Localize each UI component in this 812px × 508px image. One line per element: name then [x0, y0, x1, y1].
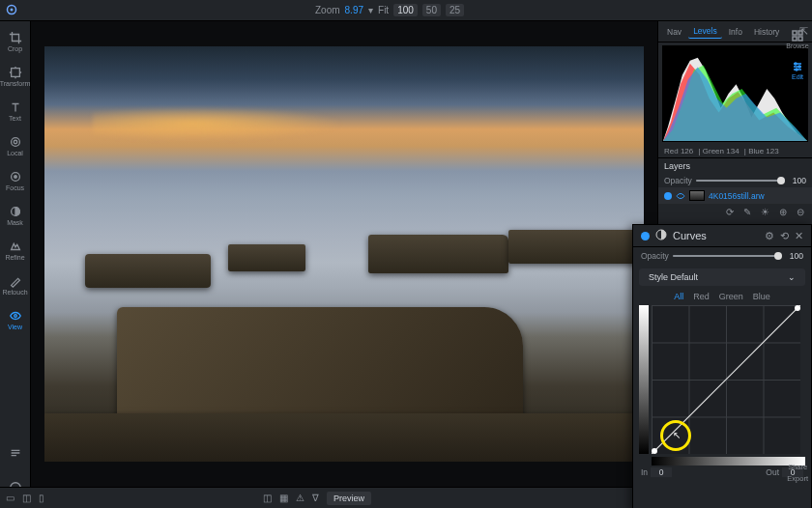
- channel-all[interactable]: All: [674, 292, 683, 301]
- browse-mode-label: Browse: [786, 42, 808, 49]
- retouch-tool-label: Retouch: [2, 289, 27, 296]
- layout-icon-1[interactable]: ▭: [6, 493, 14, 503]
- layer-edit-icon[interactable]: ✎: [743, 207, 751, 217]
- reset-icon[interactable]: ⟲: [780, 230, 789, 242]
- transform-tool-label: Transform: [0, 80, 30, 87]
- share-button[interactable]: Share: [788, 463, 807, 471]
- fit-button[interactable]: Fit: [378, 5, 389, 15]
- local-tool-label: Local: [7, 150, 23, 156]
- curves-enabled-dot[interactable]: [641, 232, 650, 240]
- presets-panel-button[interactable]: [2, 437, 29, 469]
- svg-rect-15: [798, 31, 802, 35]
- close-icon[interactable]: ✕: [795, 230, 803, 242]
- app-logo-icon: [6, 4, 17, 17]
- refine-tool-label: Refine: [5, 254, 24, 261]
- zoom-value[interactable]: 8.97: [345, 5, 363, 15]
- layout-icon-2[interactable]: ◫: [22, 493, 31, 503]
- readout-green: Green 134: [703, 147, 740, 155]
- layer-opacity-slider[interactable]: [696, 180, 781, 182]
- export-button[interactable]: Export: [787, 474, 808, 483]
- curves-opacity-label: Opacity: [641, 251, 669, 261]
- canvas-area[interactable]: [31, 21, 657, 487]
- layer-sun-icon[interactable]: ☀: [761, 207, 769, 217]
- layer-refresh-icon[interactable]: ⟳: [726, 207, 734, 217]
- curves-title: Curves: [673, 230, 759, 241]
- svg-rect-17: [798, 37, 802, 41]
- preview-button[interactable]: Preview: [327, 492, 371, 505]
- mask-tool[interactable]: Mask: [2, 199, 29, 232]
- text-tool[interactable]: Text: [2, 95, 29, 127]
- warning-icon[interactable]: ⚠: [296, 493, 304, 503]
- layer-enabled-dot[interactable]: [664, 192, 672, 200]
- compare-icon[interactable]: ◫: [263, 493, 272, 503]
- channel-blue[interactable]: Blue: [753, 292, 770, 301]
- image-preview: [44, 46, 644, 462]
- zoom-preset-100[interactable]: 100: [393, 4, 418, 16]
- tab-nav[interactable]: Nav: [662, 25, 686, 39]
- grid-icon[interactable]: ▦: [279, 493, 288, 503]
- zoom-label: Zoom: [315, 5, 340, 15]
- top-bar: Zoom 8.97 ▾ Fit 100 50 25: [0, 0, 812, 21]
- curves-grid[interactable]: [652, 305, 800, 454]
- curves-panel: Curves ⚙ ⟲ ✕ Opacity 100 Style Default ⌄…: [632, 224, 812, 508]
- channel-green[interactable]: Green: [719, 292, 743, 301]
- svg-point-12: [652, 448, 657, 454]
- layer-name[interactable]: 4K0156still.arw: [709, 191, 765, 201]
- mask-tool-label: Mask: [7, 219, 23, 226]
- edit-mode[interactable]: Edit: [785, 56, 810, 85]
- svg-point-20: [796, 69, 798, 71]
- layout-icon-3[interactable]: ▯: [39, 493, 44, 503]
- zoom-preset-25[interactable]: 25: [446, 4, 464, 16]
- curves-channel-tabs: All Red Green Blue: [633, 290, 811, 305]
- tab-levels[interactable]: Levels: [688, 24, 722, 39]
- readout-red: Red 126: [664, 147, 693, 155]
- channel-red[interactable]: Red: [693, 292, 710, 301]
- curves-in-value[interactable]: 0: [651, 467, 672, 477]
- tab-history[interactable]: History: [749, 25, 784, 39]
- svg-rect-2: [11, 69, 19, 77]
- right-edge-rail: Browse Edit: [783, 21, 812, 214]
- text-tool-label: Text: [9, 115, 21, 122]
- curves-horizontal-gradient: [652, 457, 805, 466]
- crop-tool-label: Crop: [8, 45, 22, 52]
- svg-point-8: [14, 315, 16, 318]
- adjustment-icon: [655, 229, 667, 242]
- view-tool-label: View: [8, 324, 22, 330]
- curves-style-dropdown[interactable]: Style Default ⌄: [639, 268, 805, 286]
- readout-blue: Blue 123: [748, 147, 779, 155]
- share-export-rail: Share Export: [787, 463, 808, 483]
- svg-point-3: [14, 140, 17, 144]
- svg-point-18: [795, 63, 797, 65]
- gear-icon[interactable]: ⚙: [765, 230, 774, 242]
- svg-point-4: [11, 138, 19, 147]
- curves-style-label: Style Default: [649, 272, 698, 282]
- zoom-down-icon[interactable]: ▾: [368, 5, 373, 15]
- svg-point-13: [795, 305, 800, 311]
- retouch-tool[interactable]: Retouch: [2, 268, 29, 301]
- refine-tool[interactable]: Refine: [2, 234, 29, 267]
- crop-tool[interactable]: Crop: [2, 25, 29, 58]
- curves-out-label: Out: [766, 467, 779, 477]
- svg-point-6: [14, 176, 16, 179]
- tab-info[interactable]: Info: [724, 25, 747, 39]
- browse-mode[interactable]: Browse: [785, 25, 810, 54]
- layer-thumb: [689, 190, 705, 201]
- zoom-preset-50[interactable]: 50: [422, 4, 441, 16]
- chevron-down-icon: ⌄: [788, 272, 796, 282]
- filter-icon[interactable]: ∇: [312, 493, 319, 503]
- svg-point-1: [11, 8, 14, 11]
- curves-opacity-value[interactable]: 100: [782, 251, 803, 261]
- curves-opacity-slider[interactable]: [673, 255, 778, 257]
- view-tool[interactable]: View: [2, 303, 29, 336]
- transform-tool[interactable]: Transform: [2, 60, 29, 93]
- edit-mode-label: Edit: [792, 73, 803, 80]
- left-tool-rail: Crop Transform Text Local Focus Mask Ref…: [0, 21, 31, 508]
- curves-vertical-gradient: [639, 305, 649, 454]
- focus-tool[interactable]: Focus: [2, 164, 29, 197]
- cursor-icon: [673, 430, 682, 439]
- eye-icon[interactable]: [676, 191, 685, 201]
- layer-opacity-label: Opacity: [664, 176, 692, 185]
- svg-rect-14: [793, 31, 797, 35]
- local-tool[interactable]: Local: [2, 129, 29, 162]
- svg-point-19: [798, 66, 800, 68]
